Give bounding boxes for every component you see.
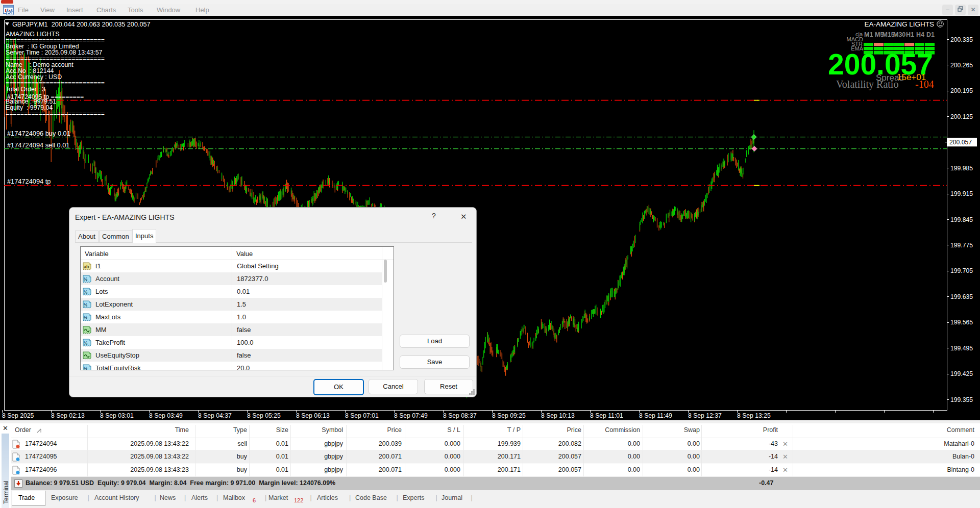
svg-text:8 Sep 03:49: 8 Sep 03:49 (149, 412, 183, 419)
svg-text:8 Sep 06:13: 8 Sep 06:13 (296, 412, 330, 419)
svg-text:½: ½ (84, 302, 88, 308)
svg-text:8 Sep 07:01: 8 Sep 07:01 (345, 412, 379, 419)
svg-text:-104: -104 (915, 79, 934, 90)
svg-text:8 Sep 02:13: 8 Sep 02:13 (51, 412, 85, 419)
svg-text:#174724095 tp =========: #174724095 tp ========= (7, 93, 84, 100)
svg-text:8 Sep 10:13: 8 Sep 10:13 (541, 412, 575, 419)
svg-text:199.565: 199.565 (950, 319, 973, 326)
svg-text:199.985: 199.985 (950, 165, 973, 172)
svg-text:199.495: 199.495 (950, 345, 973, 352)
svg-text:8 Sep 12:37: 8 Sep 12:37 (688, 412, 722, 419)
svg-text:199.635: 199.635 (950, 293, 973, 300)
svg-text:M1: M1 (864, 31, 873, 38)
svg-text:199.355: 199.355 (950, 396, 973, 403)
svg-text:8 Sep 08:37: 8 Sep 08:37 (443, 412, 477, 419)
svg-text:200.265: 200.265 (950, 62, 973, 69)
svg-text:8 Sep 13:25: 8 Sep 13:25 (737, 412, 771, 419)
svg-text:8 Sep 2025: 8 Sep 2025 (2, 412, 34, 419)
svg-text:#174724094 sell 0.01: #174724094 sell 0.01 (7, 141, 69, 149)
svg-text:#174724094 tp: #174724094 tp (7, 177, 51, 185)
svg-text:199.845: 199.845 (950, 216, 973, 223)
svg-text:200.057: 200.057 (949, 139, 972, 146)
svg-text:8 Sep 05:25: 8 Sep 05:25 (247, 412, 281, 419)
svg-text:200.125: 200.125 (950, 113, 973, 120)
svg-text:½: ½ (84, 366, 88, 371)
svg-text:199.425: 199.425 (950, 370, 973, 377)
svg-text:Total Order : 3: Total Order : 3 (6, 86, 45, 93)
svg-text:½: ½ (84, 289, 88, 295)
svg-text:GBPJPY,M1 200.044 200.063 200: GBPJPY,M1 200.044 200.063 200.035 200.05… (12, 21, 151, 28)
svg-text:200.335: 200.335 (950, 36, 973, 43)
svg-text:200.195: 200.195 (950, 87, 973, 94)
svg-text:M30: M30 (893, 31, 905, 38)
svg-text:½: ½ (84, 276, 88, 282)
svg-text:EA-AMAZING LIGHTS: EA-AMAZING LIGHTS (864, 20, 934, 28)
svg-text:8 Sep 04:37: 8 Sep 04:37 (198, 412, 232, 419)
svg-text:ab: ab (84, 264, 89, 269)
svg-text:8 Sep 07:49: 8 Sep 07:49 (394, 412, 428, 419)
svg-text:199.915: 199.915 (950, 190, 973, 197)
svg-text:H4: H4 (916, 31, 924, 38)
svg-text:===========================: =========================== (6, 110, 105, 117)
svg-text:8 Sep 09:25: 8 Sep 09:25 (492, 412, 526, 419)
svg-text:Volatility Ratio: Volatility Ratio (836, 79, 898, 90)
svg-text:8 Sep 11:49: 8 Sep 11:49 (639, 412, 672, 419)
svg-text:½: ½ (84, 340, 88, 346)
svg-text:½: ½ (84, 315, 88, 320)
svg-text:#174724096 buy 0.01: #174724096 buy 0.01 (7, 130, 70, 137)
svg-text:8 Sep 11:01: 8 Sep 11:01 (590, 412, 623, 419)
svg-text:D1: D1 (926, 31, 935, 38)
svg-text:199.705: 199.705 (950, 267, 973, 274)
svg-text:H1: H1 (906, 31, 914, 38)
svg-text:8 Sep 03:01: 8 Sep 03:01 (100, 412, 134, 419)
svg-text:199.775: 199.775 (950, 242, 973, 249)
